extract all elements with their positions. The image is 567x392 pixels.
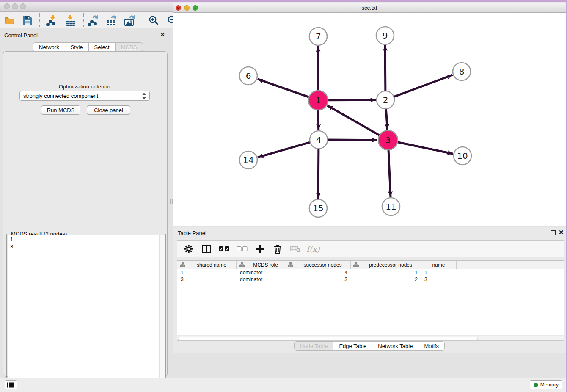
graph-edge-1-2[interactable] (327, 100, 376, 100)
table-cell: 2 (351, 276, 421, 283)
graph-node-8[interactable]: 8 (453, 63, 471, 80)
svg-text:1: 1 (316, 95, 321, 105)
svg-text:7: 7 (316, 31, 321, 41)
column-header-MCDS-role[interactable]: MCDS role (237, 261, 285, 269)
export-image-icon[interactable] (122, 13, 137, 28)
table-body: 1dominator4113dominator323 (177, 269, 564, 283)
svg-text:14: 14 (243, 155, 253, 165)
graph-edge-4-14[interactable] (258, 142, 311, 157)
table-float-icon[interactable] (551, 230, 556, 235)
graph-edge-2-8[interactable] (393, 75, 453, 97)
list-icon (7, 382, 14, 388)
network-view-window: ✕ − + scc.txt 7968124314101511 (173, 3, 566, 226)
tab-node-table[interactable]: Node Table (294, 341, 334, 351)
svg-text:3: 3 (385, 135, 391, 145)
network-canvas[interactable]: 7968124314101511 (173, 13, 566, 226)
graph-edge-3-1[interactable] (328, 105, 380, 135)
column-header-successor-nodes[interactable]: successor nodes (285, 261, 351, 269)
graph-node-9[interactable]: 9 (376, 27, 394, 44)
result-scrollbar[interactable] (159, 235, 165, 392)
svg-text:15: 15 (313, 203, 323, 213)
table-cell: dominator (237, 269, 285, 276)
run-mcds-button[interactable]: Run MCDS (41, 105, 80, 115)
import-network-icon[interactable] (44, 13, 58, 28)
column-header-predecessor-nodes[interactable]: predecessor nodes (351, 261, 421, 269)
open-session-icon[interactable] (3, 13, 17, 28)
graph-edge-3-10[interactable] (397, 142, 453, 154)
delete-column-icon[interactable] (272, 243, 283, 254)
graph-node-7[interactable]: 7 (309, 28, 327, 45)
graph-node-11[interactable]: 11 (382, 198, 400, 215)
add-column-icon[interactable] (254, 243, 265, 254)
app-window: Session: New Session (0, 0, 567, 392)
memory-button[interactable]: Memory (530, 380, 562, 389)
graph-node-3[interactable]: 3 (378, 130, 398, 150)
select-all-checks-icon[interactable] (219, 243, 230, 254)
table-cell: 4 (285, 269, 351, 276)
import-table-icon[interactable] (63, 13, 78, 28)
control-panel: Control Panel ✕ NetworkStyleSelectMCDS O… (0, 28, 170, 378)
table-row[interactable]: 1dominator411 (177, 269, 564, 276)
mcds-result-list[interactable]: 13 (8, 235, 165, 392)
svg-text:6: 6 (246, 71, 251, 81)
tab-network[interactable]: Network (33, 42, 65, 52)
save-session-icon[interactable] (20, 13, 35, 28)
column-header-shared-name[interactable]: shared name (177, 261, 237, 269)
float-panel-icon[interactable] (153, 33, 157, 37)
tab-select[interactable]: Select (89, 42, 116, 52)
table-row[interactable]: 3dominator323 (177, 276, 564, 283)
svg-text:9: 9 (383, 30, 388, 41)
tab-edge-table[interactable]: Edge Table (333, 341, 372, 351)
delete-table-icon (290, 243, 301, 254)
table-panel-title: Table Panel (178, 230, 206, 236)
graph-edge-3-11[interactable] (388, 149, 391, 197)
result-line: 3 (10, 243, 162, 250)
graph-node-6[interactable]: 6 (239, 67, 257, 85)
svg-text:8: 8 (459, 66, 465, 77)
task-history-button[interactable] (5, 380, 17, 389)
graph-edge-4-3[interactable] (327, 140, 377, 140)
tab-motifs[interactable]: Motifs (418, 341, 445, 351)
graph-node-1[interactable]: 1 (308, 91, 328, 110)
close-panel-button[interactable]: Close panel (87, 105, 130, 115)
graph-node-10[interactable]: 10 (454, 147, 471, 165)
export-table-icon[interactable] (104, 13, 118, 28)
criterion-select[interactable]: strongly connected component (19, 91, 150, 101)
graph-node-14[interactable]: 14 (239, 151, 257, 169)
table-settings-icon[interactable] (183, 243, 194, 254)
graph-edge-1-6[interactable] (258, 79, 310, 97)
graph-edge-4-15[interactable] (318, 148, 319, 199)
export-network-icon[interactable] (85, 13, 100, 28)
show-column-icon[interactable] (201, 243, 212, 254)
network-title: scc.txt (173, 5, 566, 11)
close-panel-icon[interactable]: ✕ (160, 32, 165, 37)
node-table[interactable]: shared nameMCDS rolesuccessor nodesprede… (177, 260, 564, 335)
hscroll-thumb[interactable] (178, 337, 478, 340)
select-stepper-icon (142, 93, 146, 99)
graph-edge-2-9[interactable] (385, 45, 385, 92)
graph-node-15[interactable]: 15 (309, 199, 327, 217)
table-cell: 3 (421, 276, 457, 283)
table-cell: 3 (177, 276, 237, 283)
table-hscrollbar[interactable] (177, 336, 564, 341)
control-panel-title: Control Panel (4, 32, 38, 39)
memory-label: Memory (540, 382, 559, 388)
table-cell: 1 (177, 269, 237, 276)
function-builder-icon: f(x) (308, 243, 319, 254)
table-close-icon[interactable]: ✕ (559, 230, 564, 235)
result-line: 1 (10, 236, 162, 243)
graph-edge-1-4[interactable] (318, 109, 319, 130)
table-panel: Table Panel ✕ f(x) (173, 227, 566, 353)
graph-edge-2-3[interactable] (386, 108, 387, 130)
tab-mcds[interactable]: MCDS (116, 42, 143, 52)
graph: 7968124314101511 (173, 13, 566, 226)
table-cell: dominator (237, 276, 285, 283)
tab-network-table[interactable]: Network Table (372, 341, 418, 351)
zoom-in-icon[interactable] (146, 13, 161, 28)
graph-node-2[interactable]: 2 (377, 91, 394, 109)
tab-style[interactable]: Style (65, 42, 89, 52)
deselect-all-checks-icon[interactable] (237, 243, 248, 254)
table-header: shared nameMCDS rolesuccessor nodesprede… (177, 261, 564, 269)
graph-node-4[interactable]: 4 (310, 131, 328, 149)
column-header-name[interactable]: name (421, 261, 457, 269)
